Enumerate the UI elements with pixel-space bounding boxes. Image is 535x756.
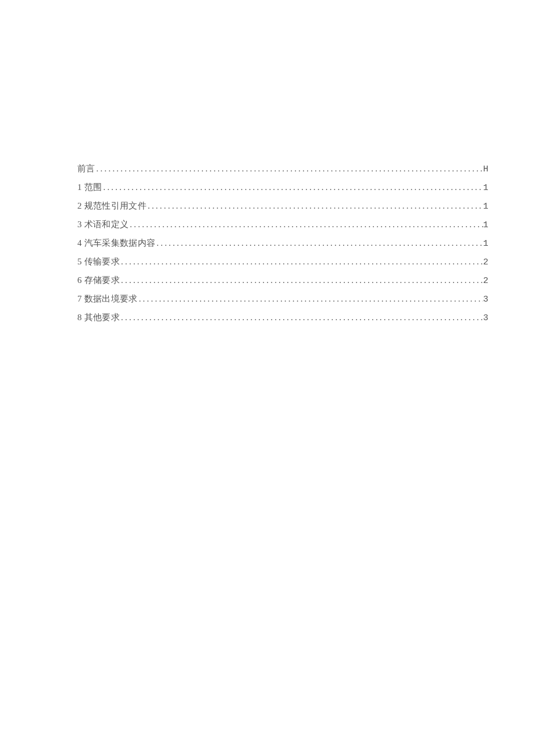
toc-leader-dots [120, 309, 483, 326]
toc-entry-page: 1 [483, 198, 488, 216]
toc-entry-page: 1 [483, 180, 488, 197]
toc-entry: 3 术语和定义 1 [77, 216, 488, 234]
table-of-contents: 前言 H 1 范围 1 2 规范性引用文件 1 3 术语和定义 1 4 汽车采集… [77, 160, 488, 327]
toc-entry-page: H [483, 161, 488, 178]
toc-entry: 1 范围 1 [77, 178, 488, 197]
toc-leader-dots [129, 216, 483, 233]
toc-entry-label: 3 术语和定义 [77, 216, 129, 233]
toc-entry-page: 2 [483, 273, 488, 290]
toc-leader-dots [120, 271, 483, 289]
toc-entry: 2 规范性引用文件 1 [77, 197, 488, 216]
toc-entry-page: 1 [483, 217, 488, 234]
toc-entry: 6 存储要求 2 [77, 271, 488, 290]
toc-entry: 4 汽车采集数据内容 1 [77, 234, 488, 253]
toc-entry-page: 1 [483, 235, 488, 253]
toc-entry-page: 3 [483, 310, 488, 327]
toc-leader-dots [138, 290, 483, 307]
toc-entry: 7 数据出境要求 3 [77, 290, 488, 309]
toc-entry-page: 2 [483, 254, 488, 271]
toc-leader-dots [120, 253, 483, 270]
toc-leader-dots [147, 197, 483, 214]
toc-entry-label: 8 其他要求 [77, 309, 120, 326]
toc-leader-dots [95, 160, 483, 177]
toc-entry-label: 2 规范性引用文件 [77, 197, 147, 214]
toc-entry-page: 3 [483, 291, 488, 309]
toc-entry: 8 其他要求 3 [77, 309, 488, 327]
toc-leader-dots [102, 178, 483, 196]
toc-entry-label: 4 汽车采集数据内容 [77, 234, 155, 252]
toc-entry-label: 前言 [77, 160, 95, 177]
toc-entry-label: 6 存储要求 [77, 271, 120, 289]
toc-entry: 5 传输要求 2 [77, 253, 488, 271]
toc-entry-label: 7 数据出境要求 [77, 290, 138, 307]
toc-entry-label: 5 传输要求 [77, 253, 120, 270]
toc-leader-dots [155, 234, 483, 252]
toc-entry-label: 1 范围 [77, 178, 102, 196]
toc-entry: 前言 H [77, 160, 488, 178]
